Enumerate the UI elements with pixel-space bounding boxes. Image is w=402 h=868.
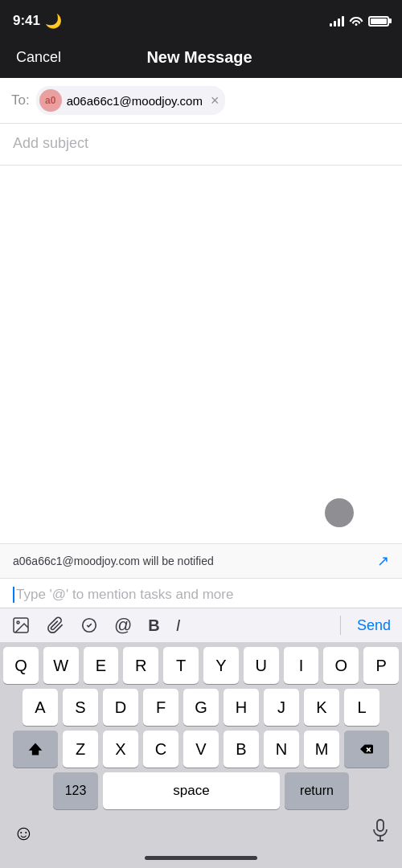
wifi-icon	[349, 14, 363, 28]
home-bar	[145, 856, 257, 860]
attachment-icon[interactable]	[47, 616, 64, 634]
recipient-email: a06a66c1@moodjoy.com	[67, 94, 203, 108]
status-time: 9:41 🌙	[13, 13, 62, 30]
send-button[interactable]: Send	[357, 617, 391, 634]
key-n[interactable]: N	[264, 731, 299, 768]
bold-icon[interactable]: B	[148, 616, 159, 635]
expand-icon[interactable]: ↗	[377, 552, 389, 570]
keyboard-bottom-row: ☺	[0, 814, 402, 851]
message-input[interactable]: Type '@' to mention tasks and more	[0, 578, 402, 608]
key-l[interactable]: L	[344, 689, 379, 726]
message-cursor-line: Type '@' to mention tasks and more	[13, 587, 389, 603]
key-g[interactable]: G	[183, 689, 219, 726]
subject-field[interactable]: Add subject	[0, 124, 402, 166]
mention-icon[interactable]: @	[114, 615, 132, 636]
svg-rect-6	[377, 820, 384, 831]
to-field[interactable]: To: a0 a06a66c1@moodjoy.com ×	[0, 78, 402, 124]
key-r[interactable]: R	[123, 647, 158, 684]
recipient-avatar: a0	[39, 89, 62, 112]
nav-title: New Message	[146, 48, 252, 67]
italic-icon[interactable]: I	[176, 616, 181, 635]
key-y[interactable]: Y	[203, 647, 239, 684]
key-s[interactable]: S	[63, 689, 98, 726]
svg-point-1	[17, 621, 19, 624]
formatting-toolbar: @ B I Send	[0, 608, 402, 642]
nav-bar: Cancel New Message	[0, 40, 402, 78]
compose-area: To: a0 a06a66c1@moodjoy.com × Add subjec…	[0, 78, 402, 543]
keyboard-row-3: Z X C V B N M	[0, 726, 402, 768]
key-j[interactable]: J	[264, 689, 299, 726]
key-z[interactable]: Z	[63, 731, 98, 768]
key-x[interactable]: X	[103, 731, 138, 768]
status-bar: 9:41 🌙	[0, 0, 402, 40]
notification-text: a06a66c1@moodjoy.com will be notified	[13, 555, 214, 567]
key-b[interactable]: B	[224, 731, 259, 768]
scroll-indicator	[325, 498, 354, 527]
key-k[interactable]: K	[304, 689, 339, 726]
key-v[interactable]: V	[183, 731, 219, 768]
keyboard-row-4: 123 space return	[0, 768, 402, 814]
moon-icon: 🌙	[45, 13, 62, 30]
toolbar-divider	[340, 616, 341, 635]
notification-banner: a06a66c1@moodjoy.com will be notified ↗	[0, 543, 402, 578]
task-icon[interactable]	[80, 616, 98, 634]
keyboard: Q W E R T Y U I O P A S D F G H J K L Z …	[0, 642, 402, 851]
keyboard-row-2: A S D F G H J K L	[0, 684, 402, 726]
key-m[interactable]: M	[304, 731, 339, 768]
key-e[interactable]: E	[84, 647, 119, 684]
text-cursor	[13, 587, 14, 603]
key-q[interactable]: Q	[3, 647, 39, 684]
key-u[interactable]: U	[244, 647, 279, 684]
recipient-chip[interactable]: a0 a06a66c1@moodjoy.com ×	[36, 86, 226, 115]
key-p[interactable]: P	[363, 647, 399, 684]
key-w[interactable]: W	[43, 647, 79, 684]
numbers-key[interactable]: 123	[53, 772, 98, 809]
shift-key[interactable]	[13, 731, 58, 768]
remove-recipient-button[interactable]: ×	[211, 93, 219, 108]
key-f[interactable]: F	[143, 689, 178, 726]
body-area[interactable]	[0, 166, 402, 543]
key-i[interactable]: I	[284, 647, 319, 684]
key-h[interactable]: H	[224, 689, 259, 726]
mic-button[interactable]	[365, 819, 396, 846]
key-t[interactable]: T	[163, 647, 199, 684]
delete-key[interactable]	[344, 731, 389, 768]
svg-marker-3	[29, 743, 43, 755]
key-o[interactable]: O	[323, 647, 359, 684]
key-d[interactable]: D	[103, 689, 138, 726]
battery-icon	[368, 16, 389, 27]
image-attach-icon[interactable]	[11, 616, 31, 635]
return-key[interactable]: return	[285, 772, 349, 809]
key-c[interactable]: C	[143, 731, 178, 768]
keyboard-row-1: Q W E R T Y U I O P	[0, 642, 402, 684]
time-display: 9:41	[13, 13, 40, 29]
message-placeholder: Type '@' to mention tasks and more	[16, 587, 233, 603]
subject-placeholder: Add subject	[13, 135, 88, 151]
emoji-button[interactable]: ☺	[6, 821, 41, 845]
space-key[interactable]: space	[103, 772, 280, 809]
status-icons	[330, 14, 389, 28]
home-indicator	[0, 851, 402, 868]
cancel-button[interactable]: Cancel	[16, 49, 61, 66]
signal-icon	[330, 15, 344, 27]
key-a[interactable]: A	[23, 689, 58, 726]
to-label: To:	[11, 92, 30, 108]
